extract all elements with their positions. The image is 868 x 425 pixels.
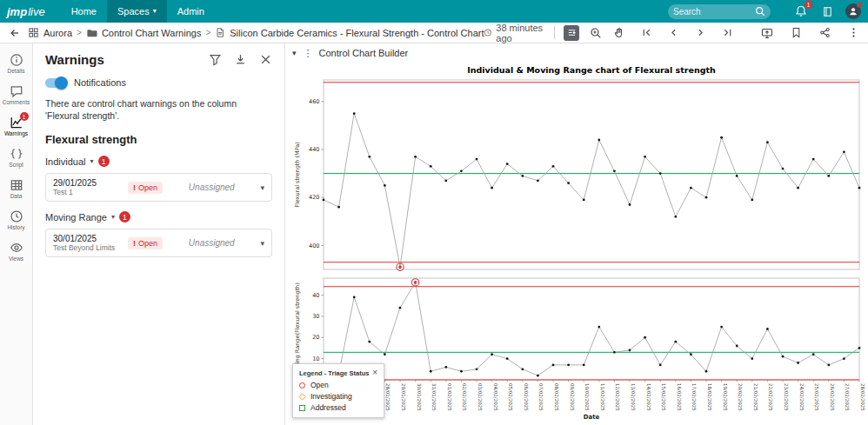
previous-page-button[interactable] [665, 25, 681, 41]
sidebar-item-data[interactable]: Data [0, 176, 33, 202]
notifications-toggle[interactable] [45, 78, 66, 88]
legend-item-open[interactable]: Open [299, 381, 377, 389]
history-clock-icon [10, 209, 23, 223]
download-icon [234, 53, 247, 66]
svg-text:16/02/2025: 16/02/2025 [677, 383, 682, 411]
report-area: ▾ ⋮ Control Chart Builder Individual & M… [285, 43, 868, 425]
filter-button[interactable] [209, 53, 222, 66]
svg-text:24/02/2025: 24/02/2025 [799, 383, 805, 411]
folder-icon [86, 27, 97, 38]
svg-text:460: 460 [309, 98, 319, 105]
report-title: Control Chart Builder [319, 48, 409, 58]
breadcrumb-space[interactable]: Aurora [43, 28, 72, 38]
group-moving-range[interactable]: Moving Range ▾ 1 [45, 211, 272, 222]
expand-chevron-icon[interactable]: ▾ [260, 239, 264, 248]
svg-text:08/02/2025: 08/02/2025 [554, 383, 559, 411]
jmp-live-logo[interactable]: jmplive [7, 5, 45, 18]
bell-badge: 1 [805, 1, 812, 9]
bookmark-button[interactable] [788, 25, 804, 41]
notifications-bell-button[interactable]: 1 [793, 3, 809, 19]
last-page-button[interactable] [719, 25, 735, 41]
moving-range-warning-badge: 1 [119, 211, 130, 222]
group-individual[interactable]: Individual ▾ 1 [45, 156, 272, 167]
svg-text:27/02/2025: 27/02/2025 [845, 383, 850, 411]
top-navigation-bar: jmplive Home Spaces ▾ Admin 1 [0, 0, 868, 23]
nav-home[interactable]: Home [61, 0, 107, 23]
legend-item-investigating[interactable]: Investigating [299, 392, 377, 401]
svg-text:420: 420 [309, 194, 319, 201]
first-page-button[interactable] [638, 25, 654, 41]
status-badge: ! Open [128, 237, 163, 249]
zoom-in-button[interactable] [588, 25, 604, 41]
warning-test-name: Test Beyond Limits [53, 243, 121, 252]
share-button[interactable] [817, 25, 832, 41]
svg-text:06/02/2025: 06/02/2025 [524, 383, 529, 411]
svg-text:31/01/2025: 31/01/2025 [431, 383, 437, 411]
logo-live-text: live [28, 5, 45, 18]
svg-text:14/02/2025: 14/02/2025 [646, 383, 651, 411]
expand-chevron-icon[interactable]: ▾ [260, 183, 264, 192]
panel-title: Warnings [45, 52, 104, 67]
warning-item-individual[interactable]: 29/01/2025 Test 1 ! Open Unassigned ▾ [45, 173, 272, 202]
left-icon-rail: Details Comments 1 Warnings Script Data … [0, 43, 33, 425]
report-kebab-icon[interactable]: ⋮ [304, 48, 312, 59]
svg-text:13/02/2025: 13/02/2025 [631, 383, 636, 411]
control-chart-container[interactable]: Individual & Moving Range chart of Flexu… [285, 63, 868, 425]
toolbar-right-actions [759, 25, 861, 41]
nav-spaces[interactable]: Spaces ▾ [107, 0, 167, 23]
chevron-down-icon: ▾ [90, 157, 93, 165]
breadcrumb: Aurora > Control Chart Warnings > Silico… [28, 27, 484, 38]
sidebar-item-history[interactable]: History [0, 207, 33, 233]
search-icon[interactable] [755, 6, 765, 17]
more-options-button[interactable] [845, 25, 861, 41]
warning-item-moving-range[interactable]: 30/01/2025 Test Beyond Limits ! Open Una… [45, 229, 272, 257]
open-circle-swatch [299, 382, 305, 388]
sidebar-item-script[interactable]: Script [0, 144, 33, 170]
collapse-chevron-icon[interactable]: ▾ [292, 49, 297, 57]
legend-title: Legend - Triage Status [299, 369, 369, 377]
svg-text:03/02/2025: 03/02/2025 [477, 383, 483, 411]
svg-text:04/02/2025: 04/02/2025 [493, 383, 498, 411]
svg-text:10/02/2025: 10/02/2025 [584, 383, 590, 411]
pan-tool-button[interactable] [611, 25, 626, 41]
sidebar-item-views[interactable]: Views [0, 238, 33, 264]
assignee-label: Unassigned [170, 183, 253, 192]
sidebar-item-comments[interactable]: Comments [0, 82, 33, 108]
eye-icon [10, 241, 23, 255]
legend-close-icon[interactable]: × [372, 369, 377, 377]
bookmark-icon [791, 27, 802, 38]
chevron-down-icon: ▾ [153, 8, 157, 15]
fit-to-width-button[interactable] [564, 25, 579, 41]
svg-text:Date: Date [584, 414, 600, 421]
svg-text:Flexural strength (MPa): Flexural strength (MPa) [294, 142, 301, 208]
last-page-icon [722, 27, 733, 38]
notifications-label: Notifications [74, 77, 126, 88]
warning-date: 30/01/2025 [53, 234, 121, 243]
data-table-icon [10, 178, 23, 192]
download-warnings-button[interactable] [234, 53, 247, 66]
svg-text:05/02/2025: 05/02/2025 [508, 383, 513, 411]
sidebar-item-details[interactable]: Details [0, 50, 33, 76]
back-button[interactable] [7, 25, 23, 41]
breadcrumb-folder[interactable]: Control Chart Warnings [102, 28, 202, 38]
present-button[interactable] [759, 25, 775, 41]
search-input[interactable] [673, 7, 755, 17]
breadcrumb-report[interactable]: Silicon Carbide Ceramics - Flexural Stre… [230, 28, 484, 38]
person-icon [848, 6, 858, 17]
funnel-icon [209, 53, 222, 66]
svg-text:22/02/2025: 22/02/2025 [768, 383, 773, 411]
nav-admin[interactable]: Admin [167, 0, 215, 23]
control-chart-warning-icon: 1 [10, 116, 23, 129]
column-heading: Flexural strength [45, 133, 272, 146]
svg-text:21/02/2025: 21/02/2025 [753, 383, 758, 411]
svg-text:400: 400 [309, 242, 319, 249]
search-box[interactable] [668, 4, 771, 19]
last-updated: 38 minutes ago [484, 23, 545, 43]
legend-item-addressed[interactable]: Addressed [299, 403, 377, 412]
library-button[interactable] [819, 3, 835, 19]
kebab-menu-icon [848, 27, 859, 38]
user-menu[interactable] [845, 3, 861, 19]
close-panel-button[interactable] [259, 53, 272, 66]
sidebar-item-warnings[interactable]: 1 Warnings [0, 113, 33, 139]
next-page-button[interactable] [692, 25, 708, 41]
